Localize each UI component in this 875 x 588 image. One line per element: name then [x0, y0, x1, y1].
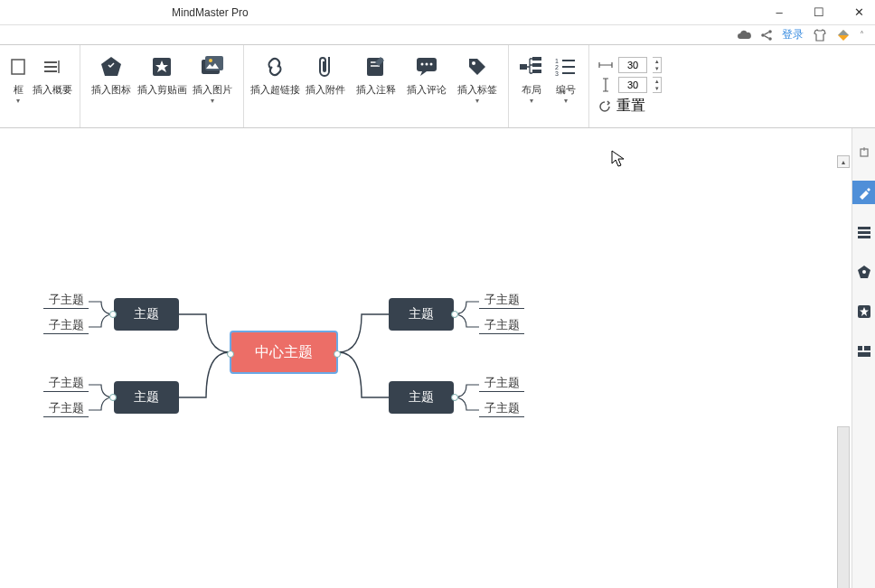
svg-text:3: 3	[555, 70, 559, 77]
sub-topic[interactable]: 子主题	[479, 374, 524, 392]
ribbon-group-layout: 布局 ▾ 123 编号 ▾	[509, 45, 589, 127]
svg-rect-3	[12, 60, 24, 74]
sub-topic-label: 子主题	[49, 375, 84, 391]
close-button[interactable]: ✕	[846, 0, 871, 25]
sub-topic[interactable]: 子主题	[479, 316, 524, 334]
title-bar: MindMaster Pro – ☐ ✕	[0, 0, 875, 25]
sub-topic[interactable]: 子主题	[43, 291, 89, 309]
caret-icon: ▾	[211, 97, 214, 105]
insert-note-button[interactable]: 插入注释	[351, 49, 401, 99]
clipart-icon	[150, 52, 174, 81]
attachment-icon	[315, 52, 335, 81]
handle-left[interactable]	[227, 350, 234, 358]
ribbon-group-spacing: 30 ▴▾ 30 ▴▾ 重置	[589, 45, 671, 127]
scroll-thumb[interactable]	[837, 426, 850, 588]
sub-topic-label: 子主题	[485, 375, 520, 391]
insert-comment-button[interactable]: 插入评论	[401, 49, 452, 99]
numbering-icon: 123	[555, 52, 577, 81]
svg-rect-39	[864, 346, 870, 350]
sub-topic-label: 子主题	[485, 292, 520, 308]
ribbon-group-image: 插入图标 插入剪贴画 插入图片 ▾	[80, 45, 244, 127]
pin-icon[interactable]	[852, 141, 876, 164]
h-spacing-input[interactable]: 30	[618, 57, 647, 73]
svg-rect-40	[858, 352, 870, 357]
handle[interactable]	[109, 311, 117, 318]
summary-icon	[42, 52, 62, 81]
reset-icon	[598, 100, 611, 113]
badge-panel-icon[interactable]	[852, 260, 876, 284]
caret-icon: ▾	[530, 97, 533, 105]
layout-button[interactable]: 布局 ▾	[514, 49, 549, 108]
svg-point-11	[209, 59, 212, 62]
ribbon-group-insert: 插入超链接 插入附件 插入注释 插入评论 插入标签 ▾	[244, 45, 509, 127]
insert-icon-label: 插入图标	[91, 83, 131, 96]
caret-icon: ▾	[16, 97, 20, 105]
login-link[interactable]: 登录	[782, 27, 804, 42]
hyperlink-icon	[263, 52, 287, 81]
maximize-button[interactable]: ☐	[806, 0, 832, 25]
insert-tag-button[interactable]: 插入标签 ▾	[452, 49, 503, 108]
center-topic[interactable]: 中心主题	[230, 331, 338, 374]
tag-icon	[466, 52, 489, 81]
insert-note-label: 插入注释	[356, 83, 396, 96]
brush-icon[interactable]	[852, 181, 876, 204]
minimize-button[interactable]: –	[767, 0, 792, 25]
insert-image-button[interactable]: 插入图片 ▾	[187, 49, 238, 108]
collapse-ribbon-icon[interactable]: ˄	[860, 30, 864, 40]
frame-button[interactable]: 框 ▾	[5, 49, 31, 108]
handle[interactable]	[451, 394, 458, 401]
h-spacing-spinner[interactable]: ▴▾	[653, 57, 662, 73]
svg-point-16	[421, 63, 424, 66]
cloud-icon[interactable]	[737, 30, 751, 41]
secondary-bar: 登录 ˄	[0, 25, 875, 45]
vertical-scrollbar[interactable]: ▴	[837, 155, 850, 579]
mindmap-canvas[interactable]: 中心主题 主题 主题 主题 主题 子主题 子主题 子主题 子主题 子主题 子主题	[0, 128, 853, 588]
main-topic-left-2[interactable]: 主题	[114, 381, 179, 414]
scroll-up-button[interactable]: ▴	[837, 155, 850, 168]
insert-icon-button[interactable]: 插入图标	[86, 49, 136, 99]
sub-topic[interactable]: 子主题	[43, 316, 89, 334]
reset-button[interactable]: 重置	[598, 97, 645, 116]
sub-topic-label: 子主题	[485, 317, 520, 333]
layout-icon	[520, 52, 543, 81]
v-spacing-spinner[interactable]: ▴▾	[653, 77, 662, 93]
svg-rect-21	[532, 57, 541, 61]
svg-rect-33	[858, 231, 870, 234]
insert-attachment-button[interactable]: 插入附件	[300, 49, 351, 99]
ribbon-group-frame: 框 ▾ 插入概要	[0, 45, 80, 127]
v-spacing-input[interactable]: 30	[618, 77, 647, 93]
gallery-icon[interactable]	[852, 340, 876, 363]
star-panel-icon[interactable]	[852, 300, 876, 323]
insert-tag-label: 插入标签	[457, 83, 497, 96]
svg-rect-22	[532, 63, 541, 67]
main-topic-left-1[interactable]: 主题	[114, 298, 179, 331]
svg-rect-32	[858, 227, 870, 229]
sub-topic[interactable]: 子主题	[479, 399, 524, 417]
handle[interactable]	[451, 311, 458, 318]
comment-icon	[415, 52, 438, 81]
v-spacing-icon	[598, 78, 613, 92]
connectors	[0, 128, 853, 588]
sub-topic[interactable]: 子主题	[43, 399, 89, 417]
svg-rect-20	[520, 64, 527, 70]
handle-right[interactable]	[334, 350, 341, 358]
tshirt-icon[interactable]	[813, 29, 827, 42]
ribbon: 框 ▾ 插入概要 插入图标 插入剪贴画 插入图片 ▾ 插入超链接 插入附	[0, 45, 875, 128]
handle[interactable]	[109, 394, 117, 401]
canvas-area[interactable]: 中心主题 主题 主题 主题 主题 子主题 子主题 子主题 子主题 子主题 子主题	[0, 128, 853, 588]
insert-hyperlink-button[interactable]: 插入超链接	[249, 49, 300, 99]
insert-comment-label: 插入评论	[407, 83, 447, 96]
list-icon[interactable]	[852, 220, 876, 244]
note-icon	[364, 52, 388, 81]
sub-topic[interactable]: 子主题	[43, 374, 89, 392]
svg-point-18	[430, 63, 433, 66]
main-topic-right-2[interactable]: 主题	[389, 381, 454, 414]
summary-button[interactable]: 插入概要	[31, 49, 74, 99]
share-icon[interactable]	[760, 29, 773, 42]
numbering-button[interactable]: 123 编号 ▾	[549, 49, 583, 108]
svg-rect-23	[532, 70, 541, 73]
main-topic-right-1[interactable]: 主题	[389, 298, 454, 331]
sub-topic[interactable]: 子主题	[479, 291, 524, 309]
svg-point-17	[426, 63, 428, 66]
insert-clipart-button[interactable]: 插入剪贴画	[136, 49, 187, 99]
